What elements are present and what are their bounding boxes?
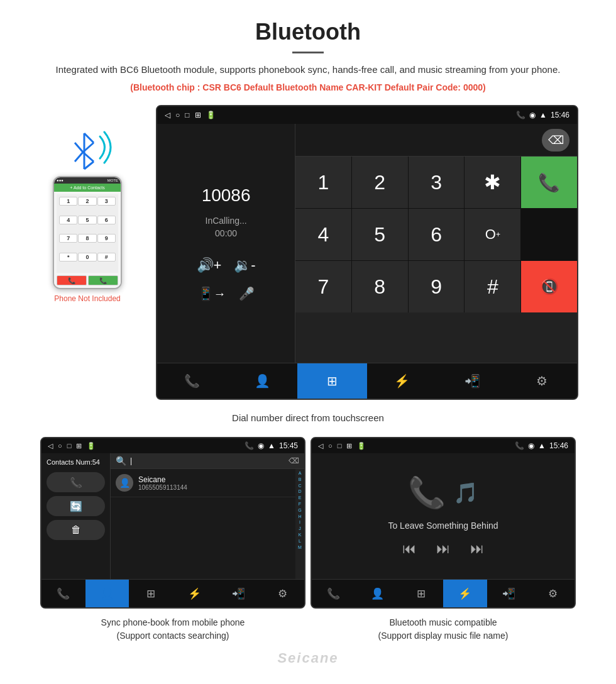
volume-up-btn[interactable]: 🔊+: [197, 257, 222, 273]
key-8[interactable]: 8: [352, 261, 408, 312]
music-song-title: To Leave Something Behind: [388, 521, 498, 531]
key-1[interactable]: 1: [295, 157, 351, 208]
music-panel: ◁ ○ □ ⊞ 🔋 📞 ◉ ▲ 15:46 📞 🎵 To Leave Somet…: [311, 437, 576, 609]
calling-status: InCalling...: [206, 216, 247, 226]
pb-time: 15:45: [279, 441, 298, 450]
music-controls: ⏮ ⏭ ⏭: [402, 541, 484, 557]
page-header: Bluetooth Integrated with BC6 Bluetooth …: [0, 0, 616, 99]
key-hash[interactable]: #: [465, 261, 520, 312]
music-nav-transfer[interactable]: 📲: [487, 580, 531, 607]
call-btn[interactable]: 📞: [47, 472, 105, 492]
dial-caption: Dial number direct from touchscreen: [0, 406, 616, 433]
prev-track-button[interactable]: ⏮: [402, 541, 416, 557]
key-6[interactable]: 6: [409, 209, 465, 260]
bottom-panels: ◁ ○ □ ⊞ 🔋 📞 ◉ ▲ 15:45 Contacts Num:54 📞 …: [0, 437, 616, 609]
dial-extra-controls: 📱→ 🎤: [198, 286, 255, 301]
backspace-button[interactable]: ⌫: [542, 129, 569, 152]
svg-line-5: [75, 143, 83, 152]
svg-line-6: [75, 152, 83, 162]
bottom-captions: Sync phone-book from mobile phone (Suppo…: [0, 611, 616, 648]
delete-btn[interactable]: 🗑: [47, 520, 105, 540]
transfer-btn[interactable]: 📱→: [198, 286, 226, 301]
volume-down-btn[interactable]: 🔉-: [234, 257, 255, 273]
pb-left-panel: Contacts Num:54 📞 🔄 🗑: [41, 453, 111, 579]
pb-caption: Sync phone-book from mobile phone (Suppo…: [43, 616, 303, 643]
android-status-bar: ◁ ○ □ ⊞ 🔋 📞 ◉ ▲ 15:46: [157, 106, 577, 124]
phone-status-icon: 📞: [516, 111, 525, 119]
back-icon: ◁: [165, 111, 170, 119]
nav-transfer[interactable]: 📲: [437, 363, 507, 399]
dial-controls: 🔊+ 🔉-: [197, 257, 256, 273]
pb-recents-icon: □: [67, 442, 72, 450]
music-nav-contacts[interactable]: 👤: [356, 580, 400, 607]
call-button[interactable]: 📞: [521, 157, 577, 208]
next-chapter-button[interactable]: ⏭: [436, 541, 450, 557]
pb-right-panel: 🔍 | ⌫ 👤 Seicane 10655059113144: [111, 453, 304, 579]
key-star[interactable]: ✱: [465, 157, 520, 208]
key-5[interactable]: 5: [352, 209, 408, 260]
key-3[interactable]: 3: [409, 157, 465, 208]
page-title: Bluetooth: [38, 19, 578, 45]
key-0plus[interactable]: O+: [465, 209, 520, 260]
svg-line-3: [84, 162, 94, 169]
nav-settings[interactable]: ⚙: [507, 363, 577, 399]
pb-nav-settings[interactable]: ⚙: [260, 580, 304, 607]
header-description: Integrated with BC6 Bluetooth module, su…: [38, 62, 578, 77]
key-7[interactable]: 7: [295, 261, 351, 312]
music-notif-icon: ⊞: [346, 442, 352, 450]
seicane-watermark: Seicane: [0, 648, 616, 669]
music-nav-dialpad[interactable]: ⊞: [399, 580, 443, 607]
key-2[interactable]: 2: [352, 157, 408, 208]
location-icon: ◉: [529, 111, 536, 119]
contact-item[interactable]: 👤 Seicane 10655059113144: [111, 469, 295, 497]
bottom-nav-bar: 📞 👤 ⊞ ⚡ 📲 ⚙: [157, 363, 577, 399]
recents-icon: □: [185, 111, 189, 119]
music-status-left: ◁ ○ □ ⊞ 🔋: [318, 442, 366, 450]
pb-nav-phone[interactable]: 📞: [41, 580, 85, 607]
mute-btn[interactable]: 🎤: [239, 286, 255, 301]
key-4[interactable]: 4: [295, 209, 351, 260]
pb-battery-icon: 🔋: [87, 442, 96, 450]
home-icon: ○: [175, 111, 180, 119]
pb-nav-dialpad[interactable]: ⊞: [129, 580, 173, 607]
dial-left-panel: 10086 InCalling... 00:00 🔊+ 🔉- 📱→ 🎤: [157, 124, 295, 363]
nav-contacts[interactable]: 👤: [227, 363, 297, 399]
pb-back-icon: ◁: [48, 442, 53, 450]
status-left: ◁ ○ □ ⊞ 🔋: [165, 111, 216, 119]
nav-dialpad[interactable]: ⊞: [297, 363, 367, 399]
battery-icon: 🔋: [206, 111, 216, 119]
android-dial-screen: ◁ ○ □ ⊞ 🔋 📞 ◉ ▲ 15:46 10086 InCalling...…: [156, 105, 578, 400]
music-nav-settings[interactable]: ⚙: [531, 580, 575, 607]
pb-nav-bar: 📞 👤 ⊞ ⚡ 📲 ⚙: [41, 579, 304, 607]
music-wifi-icon: ▲: [538, 441, 546, 450]
music-home-icon: ○: [328, 442, 333, 450]
svg-line-0: [84, 133, 94, 143]
pb-nav-bluetooth[interactable]: ⚡: [173, 580, 217, 607]
music-phone-svg: 📞: [408, 475, 446, 510]
pb-nav-contacts[interactable]: 👤: [85, 580, 129, 607]
music-note-icon: 🎵: [453, 481, 478, 505]
nav-bluetooth[interactable]: ⚡: [367, 363, 437, 399]
music-nav-bluetooth[interactable]: ⚡: [443, 580, 487, 607]
bluetooth-wave-icon: [59, 124, 116, 171]
music-nav-phone[interactable]: 📞: [312, 580, 356, 607]
phone-not-included-label: Phone Not Included: [54, 294, 120, 303]
pb-keyboard-back[interactable]: ⌫: [289, 456, 299, 465]
dial-main: 10086 InCalling... 00:00 🔊+ 🔉- 📱→ 🎤 ⌫: [157, 124, 577, 363]
status-right: 📞 ◉ ▲ 15:46: [516, 111, 569, 119]
sync-btn[interactable]: 🔄: [47, 496, 105, 516]
call-timer: 00:00: [215, 228, 237, 238]
nav-phone[interactable]: 📞: [157, 363, 227, 399]
music-nav-bar: 📞 👤 ⊞ ⚡ 📲 ⚙: [312, 579, 575, 607]
end-call-button[interactable]: 📵: [521, 261, 577, 312]
pb-search-icon: 🔍: [116, 456, 126, 466]
key-9[interactable]: 9: [409, 261, 465, 312]
dial-right-panel: ⌫ 1 2 3 ✱ 📞 4 5 6 O+ 7 8 9: [295, 124, 577, 363]
next-track-button[interactable]: ⏭: [470, 541, 484, 557]
pb-notif-icon: ⊞: [76, 442, 82, 450]
contact-info: Seicane 10655059113144: [138, 475, 290, 491]
pb-location-icon: ◉: [258, 441, 264, 450]
music-phone-icon: 📞: [515, 441, 524, 450]
music-caption-line2: (Support display music file name): [378, 631, 509, 641]
pb-nav-transfer[interactable]: 📲: [217, 580, 261, 607]
